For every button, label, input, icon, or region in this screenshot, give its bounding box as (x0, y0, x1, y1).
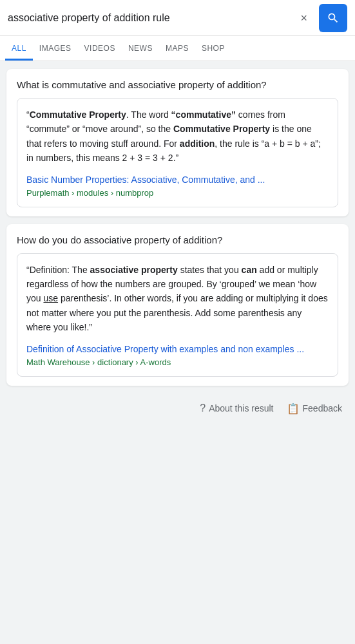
card-2-source: Math Warehouse › dictionary › A-words (26, 357, 329, 367)
card-1-answer-text: “Commutative Property. The word “commuta… (26, 108, 329, 166)
feedback-label: Feedback (303, 403, 342, 413)
card-1-answer-box: “Commutative Property. The word “commuta… (17, 98, 338, 207)
tab-videos[interactable]: VIDEOS (78, 36, 122, 61)
card-1-link[interactable]: Basic Number Properties: Associative, Co… (26, 173, 329, 187)
card-2-link[interactable]: Definition of Associative Property with … (26, 343, 329, 356)
search-input[interactable] (8, 12, 294, 24)
about-icon: ?️ (200, 402, 206, 414)
feedback-button[interactable]: 📋 Feedback (287, 402, 342, 415)
card-1-question: What is commutative and associative prop… (17, 78, 338, 91)
search-bar: × (0, 0, 355, 36)
card-2: How do you do associative property of ad… (6, 224, 349, 386)
footer: ?️ About this result 📋 Feedback (0, 393, 355, 424)
about-result-button[interactable]: ?️ About this result (200, 402, 273, 414)
search-button[interactable] (319, 4, 347, 32)
feedback-icon: 📋 (287, 402, 300, 415)
tab-all[interactable]: ALL (5, 36, 33, 61)
card-1-source: Purplemath › modules › numbprop (26, 188, 329, 198)
card-2-question: How do you do associative property of ad… (17, 233, 338, 247)
tab-news[interactable]: NEWS (122, 36, 159, 61)
card-1: What is commutative and associative prop… (6, 69, 349, 216)
clear-button[interactable]: × (294, 12, 314, 24)
tab-maps[interactable]: MAPS (159, 36, 195, 61)
search-icon (327, 12, 340, 24)
card-2-answer-text: “Definition: The associative property st… (26, 263, 329, 335)
about-result-label: About this result (209, 403, 273, 413)
tab-bar: ALL IMAGES VIDEOS NEWS MAPS SHOP (0, 36, 355, 61)
tab-shop[interactable]: SHOP (195, 36, 231, 61)
tab-images[interactable]: IMAGES (33, 36, 78, 61)
card-2-answer-box: “Definition: The associative property st… (17, 253, 338, 377)
